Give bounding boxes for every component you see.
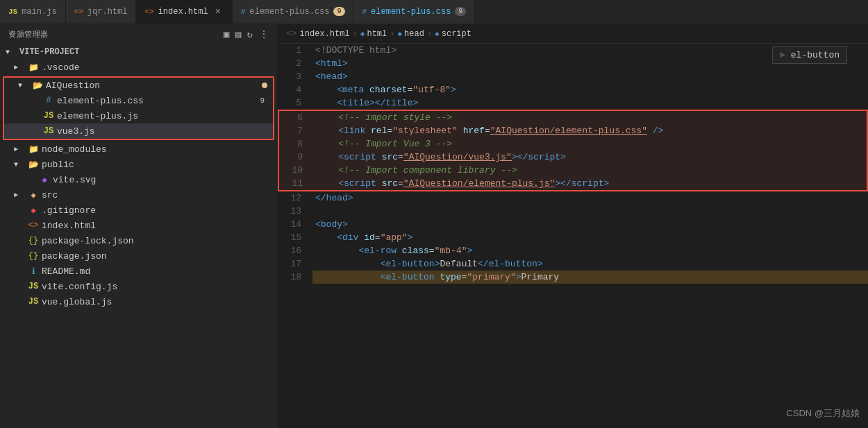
line-content: <head>: [312, 70, 868, 83]
tab-jqr-html[interactable]: <> jqr.html: [66, 0, 137, 24]
code-line: 9 <script src="AIQuestion/vue3.js"></scr…: [279, 151, 867, 164]
js-icon: JS: [8, 8, 17, 16]
sidebar-item-node-modules[interactable]: ► 📁 node_modules: [0, 142, 277, 157]
line-number: 12: [278, 191, 312, 205]
code-line: 13: [278, 205, 868, 218]
sidebar-item-vue-global[interactable]: JS vue.global.js: [0, 294, 277, 309]
new-folder-icon[interactable]: ▤: [235, 28, 242, 40]
arrow-icon: ▼: [18, 82, 29, 89]
collapse-icon[interactable]: ⋮: [259, 28, 269, 40]
line-number: 10: [279, 164, 314, 177]
code-line: 15 <div id="app">: [278, 231, 868, 244]
tab-label: element-plus.css: [249, 7, 329, 17]
line-number: 8: [279, 137, 314, 151]
line-number: 9: [279, 151, 314, 164]
js-file-icon: JS: [43, 111, 54, 121]
item-label: vite.config.js: [42, 282, 277, 292]
breadcrumb-label: index.html: [300, 29, 350, 39]
code-editor[interactable]: ► el-button 1 <!DOCTYPE html> 2 <html> 3…: [278, 44, 868, 428]
sidebar-item-aiquestion[interactable]: ▼ 📂 AIQuestion: [4, 78, 273, 93]
arrow-icon: ►: [14, 146, 25, 153]
sidebar-item-vscode[interactable]: ► 📁 .vscode: [0, 60, 277, 75]
line-content: [312, 205, 868, 218]
vite-icon: ◆: [39, 175, 50, 185]
sidebar-actions: ▣ ▤ ↻ ⋮: [224, 28, 269, 40]
sidebar-item-gitignore[interactable]: ◆ .gitignore: [0, 203, 277, 218]
project-label: VITE-PROJECT: [19, 47, 79, 57]
line-content: </head>: [312, 191, 868, 205]
line-content: <!-- Import component library -->: [314, 164, 867, 177]
json-file-icon: {}: [28, 251, 39, 261]
project-root[interactable]: ▼ VITE-PROJECT: [0, 44, 277, 60]
folder-icon: 📁: [28, 144, 39, 155]
line-number: 5: [278, 96, 312, 110]
md-file-icon: ℹ: [28, 266, 39, 277]
breadcrumb-sep: ›: [353, 29, 358, 39]
line-number: 2: [278, 57, 312, 70]
item-label: .vscode: [42, 62, 277, 73]
code-line: 16 <el-row class="mb-4">: [278, 244, 868, 257]
item-label: AIQuestion: [46, 80, 259, 91]
breadcrumb-lt-icon: <>: [286, 28, 297, 39]
line-content: <el-button>Default</el-button>: [312, 257, 868, 271]
json-file-icon: {}: [28, 236, 39, 246]
item-label: vue3.js: [57, 126, 273, 137]
sidebar-item-vite-svg[interactable]: ◆ vite.svg: [0, 172, 277, 187]
item-label: vue.global.js: [42, 297, 277, 307]
tab-main-js[interactable]: JS main.js: [0, 0, 66, 24]
tab-index-html[interactable]: <> index.html ×: [136, 0, 232, 24]
sidebar-item-readme[interactable]: ℹ README.md: [0, 264, 277, 279]
breadcrumb-sep: ›: [427, 29, 432, 39]
sidebar-item-index-html[interactable]: <> index.html: [0, 218, 277, 233]
refresh-icon[interactable]: ↻: [247, 28, 253, 40]
new-file-icon[interactable]: ▣: [224, 28, 230, 40]
tab-close-button[interactable]: ×: [212, 6, 224, 17]
breadcrumb-tag-icon: ◈: [435, 29, 440, 38]
item-label: src: [42, 190, 277, 200]
breadcrumb-index-html[interactable]: index.html: [300, 29, 350, 39]
html-file-icon: <>: [28, 221, 39, 230]
sidebar-item-package-json[interactable]: {} package.json: [0, 248, 277, 264]
item-label: .gitignore: [42, 205, 277, 216]
line-content: <script src="AIQuestion/element-plus.js"…: [314, 177, 867, 190]
tab-badge: 9: [455, 7, 466, 16]
css-hash-icon: #: [362, 8, 367, 16]
breadcrumb-script[interactable]: ◈ script: [435, 29, 471, 39]
sidebar-item-vue3-js[interactable]: JS vue3.js: [4, 123, 273, 139]
line-number: 7: [279, 124, 314, 137]
css-file-icon: #: [43, 96, 54, 105]
folder-icon: ◆: [28, 190, 39, 200]
tab-element-js[interactable]: # element-plus.css 9: [354, 0, 476, 24]
sidebar-item-element-plus-css[interactable]: # element-plus.css 9: [4, 93, 273, 108]
js-file-icon: JS: [43, 126, 54, 136]
sidebar-title: 资源管理器 ▣ ▤ ↻ ⋮: [0, 24, 277, 44]
sidebar-item-element-plus-js[interactable]: JS element-plus.js: [4, 108, 273, 123]
breadcrumb-tag-icon: ◈: [360, 29, 365, 38]
css-badge: 9: [333, 7, 344, 16]
line-number: 13: [278, 205, 312, 218]
breadcrumb-head[interactable]: ◈ head: [397, 29, 424, 39]
sidebar: 资源管理器 ▣ ▤ ↻ ⋮ ▼ VITE-PROJECT ► 📁 .vscode…: [0, 24, 278, 428]
breadcrumb-sep: ›: [390, 29, 394, 39]
line-content: <script src="AIQuestion/vue3.js"></scrip…: [314, 151, 867, 164]
line-number: 11: [279, 177, 314, 190]
line-content: <body>: [312, 218, 868, 231]
suggestion-text: el-button: [791, 50, 840, 60]
sidebar-item-vite-config[interactable]: JS vite.config.js: [0, 279, 277, 294]
code-line: 4 <meta charset="utf-8">: [278, 83, 868, 96]
folder-icon: 📁: [28, 62, 39, 73]
line-number: 17: [278, 257, 312, 271]
breadcrumb-html[interactable]: ◈ html: [360, 29, 387, 39]
sidebar-item-package-lock[interactable]: {} package-lock.json: [0, 233, 277, 248]
sidebar-item-src[interactable]: ► ◆ src: [0, 187, 277, 203]
js-file-icon: JS: [28, 282, 39, 291]
code-line: 12 </head>: [278, 191, 868, 205]
code-line: 17 <el-button>Default</el-button>: [278, 257, 868, 271]
arrow-icon: ►: [14, 64, 25, 71]
file-badge: 9: [260, 96, 265, 105]
suggestion-box: ► el-button: [772, 46, 847, 64]
tab-element-plus-css[interactable]: # element-plus.css 9: [233, 0, 354, 24]
sidebar-item-public[interactable]: ▼ 📂 public: [0, 157, 277, 172]
line-content: <!-- import style -->: [314, 111, 867, 124]
code-line: 3 <head>: [278, 70, 868, 83]
